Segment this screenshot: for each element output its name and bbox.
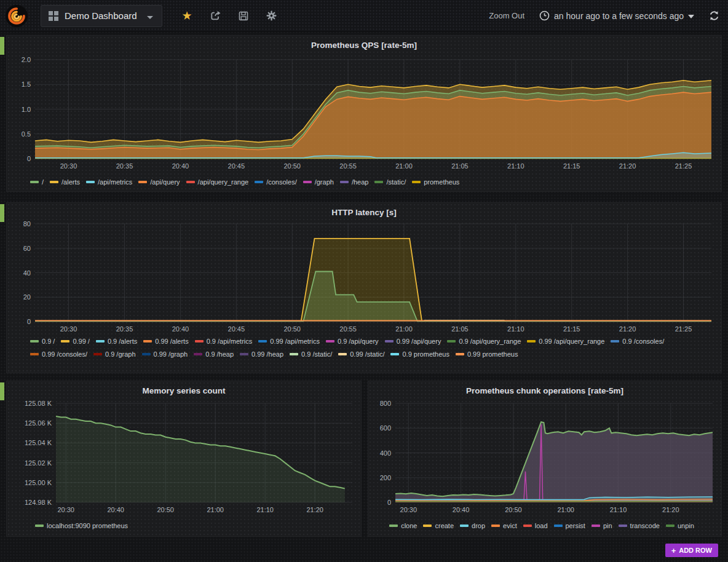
series-label: 0.9 /heap (205, 350, 234, 358)
series-color-swatch (258, 340, 267, 342)
legend-item[interactable]: 0.9 /api/query (326, 338, 379, 345)
series-label: 0.99 /api/query_range (539, 338, 604, 345)
legend-item[interactable]: unpin (666, 522, 694, 529)
legend-item[interactable]: / (30, 178, 44, 186)
svg-text:0.5: 0.5 (22, 130, 31, 138)
series-color-swatch (195, 340, 204, 342)
series-color-swatch (390, 353, 399, 355)
panel-title[interactable]: Prometheus chunk operations [rate-5m] (368, 381, 721, 395)
panel-title[interactable]: Prometheus QPS [rate-5m] (7, 36, 721, 50)
series-color-swatch (340, 181, 349, 183)
legend-item[interactable]: localhost:9090 prometheus (35, 522, 128, 529)
clock-icon (539, 10, 550, 21)
series-label: 0.9 /api/query_range (459, 338, 521, 345)
series-color-swatch (240, 353, 248, 355)
grafana-logo[interactable] (5, 4, 28, 28)
qps-legend: //alerts/api/metrics/api/query/api/query… (30, 178, 465, 186)
svg-text:21:10: 21:10 (507, 162, 524, 170)
panel-chunk-operations: Prometheus chunk operations [rate-5m] 20… (368, 381, 722, 537)
row-collapse-handle[interactable] (0, 382, 4, 400)
zoom-out-button[interactable]: Zoom Out (489, 11, 524, 20)
legend-item[interactable]: /api/query_range (186, 178, 249, 186)
legend-item[interactable]: 0.9 /static/ (290, 350, 332, 358)
refresh-button[interactable] (709, 10, 719, 21)
legend-item[interactable]: clone (389, 522, 417, 529)
legend-item[interactable]: load (523, 522, 548, 529)
legend-item[interactable]: 0.99 /consoles/ (30, 350, 87, 358)
legend-item[interactable]: 0.99 prometheus (456, 350, 518, 358)
svg-text:125.06 K: 125.06 K (25, 419, 52, 427)
svg-text:1.0: 1.0 (22, 106, 31, 113)
time-range-picker[interactable]: an hour ago to a few seconds ago (539, 10, 694, 21)
legend-item[interactable]: prometheus (412, 178, 459, 186)
svg-text:0: 0 (387, 499, 391, 506)
legend-item[interactable]: 0.9 /api/query_range (447, 338, 521, 345)
add-row-button[interactable]: + ADD ROW (665, 544, 718, 557)
series-color-swatch (456, 353, 464, 355)
legend-item[interactable]: 0.99 /alerts (143, 338, 188, 345)
panel-title[interactable]: Memory series count (7, 381, 361, 395)
legend-item[interactable]: /heap (340, 178, 369, 186)
svg-text:125.04 K: 125.04 K (25, 439, 52, 446)
legend-item[interactable]: 0.9 /api/metrics (195, 338, 253, 345)
series-color-swatch (143, 340, 152, 342)
legend-item[interactable]: 0.99 / (61, 338, 90, 345)
legend-row: //alerts/api/metrics/api/query/api/query… (30, 178, 465, 186)
legend-item[interactable]: 0.99 /api/query (385, 338, 441, 345)
chunk-ops-legend: clonecreatedropevictloadpersistpintransc… (368, 522, 721, 529)
legend-item[interactable]: 0.9 /alerts (96, 338, 137, 345)
legend-item[interactable]: /alerts (50, 178, 80, 186)
legend-item[interactable]: /consoles/ (255, 178, 297, 186)
series-color-swatch (389, 524, 398, 527)
svg-text:800: 800 (380, 400, 391, 407)
legend-item[interactable]: /graph (303, 178, 334, 186)
legend-item[interactable]: transcode (619, 522, 660, 529)
svg-text:21:00: 21:00 (395, 325, 413, 333)
svg-text:0: 0 (27, 318, 31, 325)
series-color-swatch (447, 340, 456, 342)
series-label: /api/metrics (98, 178, 132, 186)
memory-chart[interactable]: 20:3020:4020:5021:0021:1021:20124.98 K12… (7, 398, 362, 528)
legend-item[interactable]: 0.9 /graph (93, 350, 136, 358)
latency-chart[interactable]: 20:3020:3520:4020:4520:5020:5521:0021:05… (7, 219, 722, 339)
series-label: 0.99 /static/ (350, 350, 384, 358)
legend-item[interactable]: 0.99 /heap (240, 350, 283, 358)
legend-row: 0.9 /0.99 /0.9 /alerts0.99 /alerts0.9 /a… (30, 338, 670, 345)
legend-item[interactable]: 0.9 /heap (194, 350, 234, 358)
svg-text:21:25: 21:25 (675, 162, 692, 170)
star-button[interactable]: ★ (182, 10, 192, 22)
legend-item[interactable]: drop (460, 522, 485, 529)
legend-item[interactable]: /api/metrics (86, 178, 132, 186)
series-label: 0.99 prometheus (467, 350, 518, 358)
svg-text:0: 0 (27, 155, 31, 162)
legend-item[interactable]: evict (491, 522, 517, 529)
legend-item[interactable]: 0.99 /graph (142, 350, 188, 358)
legend-item[interactable]: 0.99 /static/ (338, 350, 384, 358)
svg-text:2.0: 2.0 (22, 56, 31, 63)
legend-item[interactable]: pin (592, 522, 612, 529)
svg-text:600: 600 (380, 424, 391, 432)
save-button[interactable] (239, 11, 248, 21)
settings-button[interactable] (266, 10, 277, 21)
legend-item[interactable]: 0.99 /api/query_range (527, 338, 604, 345)
share-button[interactable] (210, 10, 221, 21)
chunk-ops-chart[interactable]: 20:3020:4020:5021:0021:1021:200200400600… (368, 398, 722, 528)
dashboard-switcher[interactable]: Demo Dashboard (41, 5, 162, 27)
legend-item[interactable]: /static/ (374, 178, 406, 186)
legend-item[interactable]: /api/query (138, 178, 180, 186)
legend-item[interactable]: create (423, 522, 454, 529)
panel-title[interactable]: HTTP latency [s] (7, 203, 721, 217)
legend-item[interactable]: 0.99 /api/metrics (258, 338, 320, 345)
panel-prometheus-qps: Prometheus QPS [rate-5m] 20:3020:3520:40… (6, 35, 722, 192)
legend-item[interactable]: 0.9 prometheus (390, 350, 449, 358)
row-collapse-handle[interactable] (0, 204, 4, 222)
latency-legend: 0.9 /0.99 /0.9 /alerts0.99 /alerts0.9 /a… (30, 338, 670, 358)
legend-item[interactable]: persist (554, 522, 585, 529)
svg-text:21:15: 21:15 (563, 162, 580, 170)
series-color-swatch (460, 524, 469, 527)
legend-item[interactable]: 0.9 /consoles/ (611, 338, 664, 345)
row-collapse-handle[interactable] (0, 37, 4, 55)
qps-chart[interactable]: 20:3020:3520:4020:4520:5020:5521:0021:05… (7, 54, 722, 177)
svg-text:20:40: 20:40 (172, 325, 189, 333)
legend-item[interactable]: 0.9 / (30, 338, 55, 345)
